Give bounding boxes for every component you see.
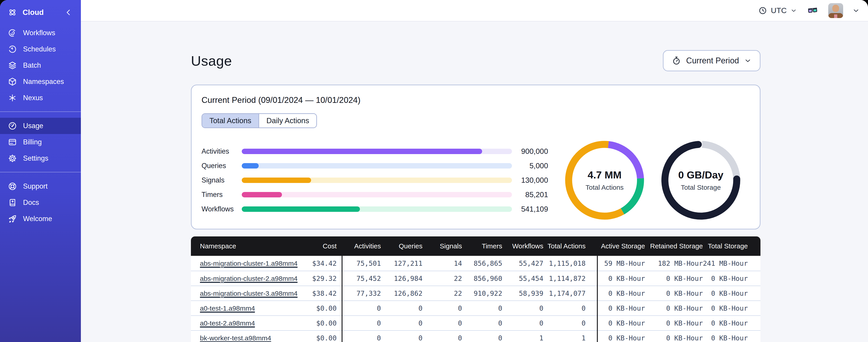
sidebar-item-welcome[interactable]: Welcome	[0, 211, 81, 227]
value-cell: 55,427	[502, 260, 544, 267]
value-cell: 0 KB-Hour	[645, 275, 703, 282]
sidebar-item-namespaces[interactable]: Namespaces	[0, 73, 81, 90]
bar-label: Activities	[202, 147, 242, 156]
sidebar-collapse-icon[interactable]	[64, 8, 73, 17]
period-select-button[interactable]: Current Period	[663, 50, 761, 71]
value-cell: $0.00	[309, 319, 342, 327]
value-cell: 0	[462, 334, 502, 342]
table-header-row: NamespaceCostActivitiesQueriesSignalsTim…	[191, 236, 761, 256]
bar-label: Queries	[202, 162, 242, 170]
usage-gauge-icon	[8, 121, 17, 131]
column-header-cost: Cost	[309, 242, 342, 250]
table-body: abs-migration-cluster-1.a98mm4$34.4275,5…	[191, 256, 761, 342]
total-storage-donut: 0 GB/Day Total Storage	[661, 141, 740, 220]
value-cell: 0	[381, 319, 423, 327]
sidebar-item-billing[interactable]: Billing	[0, 134, 81, 150]
sidebar-item-batch[interactable]: Batch	[0, 57, 81, 73]
bar-track	[242, 177, 512, 183]
column-header-total-storage: Total Storage	[703, 242, 748, 250]
schedules-icon	[8, 44, 17, 54]
sidebar-item-label: Schedules	[23, 45, 56, 53]
value-cell: 22	[423, 289, 462, 297]
card-title: Current Period (09/01/2024 — 10/01/2024)	[202, 95, 750, 106]
sidebar-item-label: Workflows	[23, 29, 55, 37]
value-cell: 0 KB-Hour	[597, 319, 645, 327]
value-cell: 0 KB-Hour	[703, 304, 748, 312]
action-bar-row: Queries 5,000	[202, 163, 548, 169]
namespace-cell: bk-worker-test.a98mm4	[191, 334, 309, 342]
sidebar-item-nexus[interactable]: Nexus	[0, 90, 81, 106]
brand-label: Cloud	[23, 8, 43, 17]
sidebar-item-support[interactable]: Support	[0, 178, 81, 195]
labs-glasses-icon[interactable]	[806, 5, 819, 16]
timezone-selector[interactable]: UTC	[758, 6, 797, 15]
value-cell: 75,452	[342, 275, 381, 282]
namespace-link[interactable]: abs-migration-cluster-3.a98mm4	[200, 290, 298, 298]
sidebar-item-docs[interactable]: Docs	[0, 195, 81, 211]
table-group-divider	[597, 256, 598, 342]
sidebar-item-label: Settings	[23, 154, 48, 163]
user-avatar[interactable]	[828, 3, 843, 18]
avatar-face	[832, 5, 839, 12]
bar-fill	[242, 206, 360, 212]
tab-total-actions[interactable]: Total Actions	[202, 114, 258, 128]
bar-track	[242, 163, 512, 169]
value-cell: 22	[423, 275, 462, 282]
bar-label: Signals	[202, 176, 242, 184]
tab-daily-actions[interactable]: Daily Actions	[258, 114, 316, 128]
page-title: Usage	[191, 53, 232, 69]
total-actions-value: 4.7 MM	[588, 169, 622, 181]
value-cell: 0	[544, 304, 597, 312]
value-cell: 127,211	[381, 260, 423, 267]
sidebar-item-schedules[interactable]: Schedules	[0, 41, 81, 57]
value-cell: 1,115,018	[544, 260, 597, 267]
total-storage-value: 0 GB/Day	[678, 169, 723, 181]
docs-book-icon	[8, 198, 17, 207]
namespace-cell: a0-test-1.a98mm4	[191, 304, 309, 312]
value-cell: 0 KB-Hour	[645, 319, 703, 327]
value-cell: 0 KB-Hour	[645, 304, 703, 312]
value-cell: 0 KB-Hour	[703, 334, 748, 342]
action-bar-row: Signals 130,000	[202, 177, 548, 183]
namespace-link[interactable]: abs-migration-cluster-2.a98mm4	[200, 275, 298, 283]
value-cell: 0 KB-Hour	[597, 334, 645, 342]
bar-fill	[242, 192, 282, 197]
total-actions-label: Total Actions	[586, 184, 624, 191]
action-bars: Activities 900,000 Queries 5,000 Signals…	[202, 149, 548, 212]
value-cell: 182 MB-Hour	[645, 260, 703, 267]
sidebar-item-settings[interactable]: Settings	[0, 150, 81, 167]
value-cell: 0 KB-Hour	[703, 275, 748, 282]
value-cell: 14	[423, 260, 462, 267]
sidebar-item-usage[interactable]: Usage	[0, 118, 81, 134]
value-cell: 0	[342, 334, 381, 342]
value-cell: 0	[423, 334, 462, 342]
namespace-link[interactable]: bk-worker-test.a98mm4	[200, 334, 271, 342]
value-cell: 59 MB-Hour	[597, 260, 645, 267]
bar-label: Timers	[202, 191, 242, 199]
column-header-retained-storage: Retained Storage	[645, 242, 703, 250]
action-bar-row: Timers 85,201	[202, 192, 548, 197]
billing-card-icon	[8, 137, 17, 147]
clock-icon	[758, 6, 767, 15]
namespace-link[interactable]: abs-migration-cluster-1.a98mm4	[200, 260, 298, 268]
sidebar-item-workflows[interactable]: Workflows	[0, 25, 81, 41]
brand: Cloud	[0, 0, 81, 25]
value-cell: 126,862	[381, 289, 423, 297]
namespace-cell: abs-migration-cluster-1.a98mm4	[191, 260, 309, 267]
account-menu-chevron-icon[interactable]	[852, 7, 860, 14]
column-header-timers: Timers	[462, 242, 502, 250]
value-cell: 0 KB-Hour	[645, 289, 703, 297]
namespace-link[interactable]: a0-test-1.a98mm4	[200, 305, 255, 313]
batch-layers-icon	[8, 61, 17, 70]
namespace-link[interactable]: a0-test-2.a98mm4	[200, 319, 255, 328]
value-cell: 0 KB-Hour	[597, 275, 645, 282]
column-header-activities: Activities	[342, 242, 381, 250]
namespace-cell: abs-migration-cluster-2.a98mm4	[191, 275, 309, 282]
chevron-down-icon	[744, 57, 752, 65]
bar-fill	[242, 163, 259, 169]
sidebar-item-label: Support	[23, 182, 48, 191]
current-period-card: Current Period (09/01/2024 — 10/01/2024)…	[191, 84, 761, 230]
value-cell: 55,454	[502, 275, 544, 282]
timezone-label: UTC	[771, 6, 787, 15]
bar-value: 5,000	[512, 162, 548, 170]
